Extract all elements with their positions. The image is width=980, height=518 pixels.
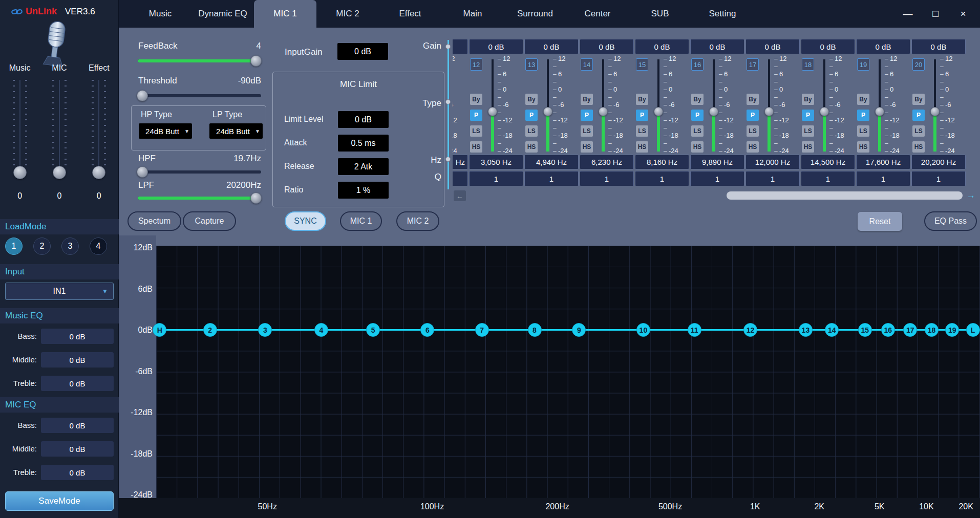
mic1-button[interactable]: MIC 1 [340,211,382,231]
fader-knob[interactable] [820,107,829,116]
tab[interactable]: Setting [691,0,754,28]
tab[interactable]: Main [441,0,504,28]
fader-knob[interactable] [53,166,66,179]
tab[interactable]: MIC 2 [316,0,379,28]
tab[interactable]: SUB [629,0,691,28]
mic-limit-row-value[interactable]: 0 dB [338,111,389,128]
band-q[interactable]: 1 [635,171,689,186]
fader-knob[interactable] [599,107,608,116]
band-type-button[interactable]: P [802,110,814,121]
band-gain-value[interactable]: 0 dB [635,39,689,54]
eq-curve-node[interactable]: 10 [636,323,650,337]
band-type-button[interactable]: LS [525,125,538,137]
band-fader[interactable] [875,59,885,152]
band-gain-value[interactable]: 0 dB [745,39,800,54]
fader-knob[interactable] [543,107,552,116]
tab[interactable]: MIC 1 [254,0,316,28]
band-type-button[interactable]: HS [525,141,538,153]
band-type-button[interactable]: By [912,94,925,105]
band-q[interactable]: 1 [801,171,855,186]
fader-knob[interactable] [709,107,718,116]
mic2-button[interactable]: MIC 2 [396,211,439,231]
slider-knob[interactable] [250,55,262,67]
eq-curve-node[interactable]: 18 [925,323,939,337]
eq-curve-node[interactable]: 14 [825,323,839,337]
band-gain-value[interactable] [453,39,468,54]
band-type-button[interactable]: By [470,94,482,105]
scrollbar-dot[interactable] [445,99,451,104]
band-type-button[interactable]: By [636,94,648,105]
band-type-button[interactable]: P [470,110,482,121]
eq-row-value[interactable]: 0 dB [41,418,114,433]
band-fader[interactable] [819,59,829,152]
eq-curve-node[interactable]: 9 [572,323,586,337]
band-type-button[interactable]: By [691,94,704,105]
band-fader[interactable] [930,59,940,152]
eq-row-value[interactable]: 0 dB [41,352,114,368]
band-frequency[interactable]: 8,160 Hz [635,155,689,169]
spectrum-button[interactable]: Spectum [127,211,181,231]
hp-type-select[interactable]: 24dB Butt ▼ [139,123,192,139]
eq-curve-node[interactable]: 15 [858,323,872,337]
band-fader[interactable] [487,59,498,152]
band-type-button[interactable]: By [525,94,538,105]
band-type-button[interactable]: HS [581,141,593,153]
band-gain-value[interactable]: 0 dB [911,39,966,54]
feedback-slider[interactable] [138,59,261,62]
eq-curve-node[interactable]: 13 [799,323,813,337]
fader-knob[interactable] [930,107,940,116]
eq-curve-node[interactable]: 6 [420,323,434,337]
mic-limit-row-value[interactable]: 0.5 ms [338,135,389,152]
band-frequency[interactable]: 6,230 Hz [580,155,634,169]
band-type-button[interactable]: P [636,110,648,121]
band-type-button[interactable]: LS [857,125,869,137]
loadmode-button[interactable]: 3 [61,238,79,255]
sync-button[interactable]: SYNC [285,211,326,231]
eq-curve-node[interactable]: 11 [688,323,701,337]
band-q[interactable]: 1 [911,171,966,186]
band-type-button[interactable]: HS [691,141,704,153]
band-type-button[interactable]: HS [636,141,648,153]
band-type-button[interactable]: P [747,110,759,121]
band-type-button[interactable]: HS [857,141,869,153]
fader-knob[interactable] [764,107,774,116]
band-fader[interactable] [709,59,719,152]
loadmode-button[interactable]: 1 [5,238,23,255]
eq-curve-node[interactable]: 17 [903,323,917,337]
band-type-button[interactable]: HS [470,141,482,153]
eq-curve-node[interactable]: 19 [945,323,959,337]
slider-knob[interactable] [250,192,262,204]
slider-knob[interactable] [137,166,148,178]
reset-button[interactable]: Reset [858,212,902,231]
band-type-button[interactable]: LS [470,125,482,137]
bands-scrollbar-thumb[interactable] [727,191,963,200]
band-q[interactable]: 1 [745,171,800,186]
tab[interactable]: Music [129,0,191,28]
band-type-button[interactable]: By [747,94,759,105]
band-type-button[interactable]: HS [912,141,925,153]
maximize-icon[interactable]: □ [922,8,949,19]
eq-curve-node[interactable]: 5 [366,323,380,337]
band-frequency[interactable]: 4,940 Hz [524,155,579,169]
input-gain-value[interactable]: 0 dB [337,43,388,60]
band-type-button[interactable]: LS [691,125,704,137]
fader-knob[interactable] [92,166,105,179]
band-type-button[interactable]: P [912,110,925,121]
band-q[interactable]: 1 [856,171,910,186]
loadmode-button[interactable]: 2 [33,238,51,255]
band-frequency[interactable]: 3,050 Hz [469,155,523,169]
input-select[interactable]: IN1 ▼ [5,283,114,300]
band-fader[interactable] [598,59,608,152]
band-q[interactable]: 1 [469,171,523,186]
band-type-button[interactable]: LS [747,125,759,137]
band-type-button[interactable]: HS [747,141,759,153]
save-mode-button[interactable]: SaveMode [5,491,114,511]
eq-curve-node[interactable]: 7 [475,323,489,337]
band-frequency[interactable]: 9,890 Hz [690,155,744,169]
band-frequency[interactable]: 17,600 Hz [856,155,910,169]
bands-scroll-right-arrow-icon[interactable]: → [967,190,975,201]
eq-row-value[interactable]: 0 dB [41,329,114,344]
band-type-button[interactable]: LS [802,125,814,137]
band-type-button[interactable]: P [857,110,869,121]
tab[interactable]: Center [566,0,629,28]
